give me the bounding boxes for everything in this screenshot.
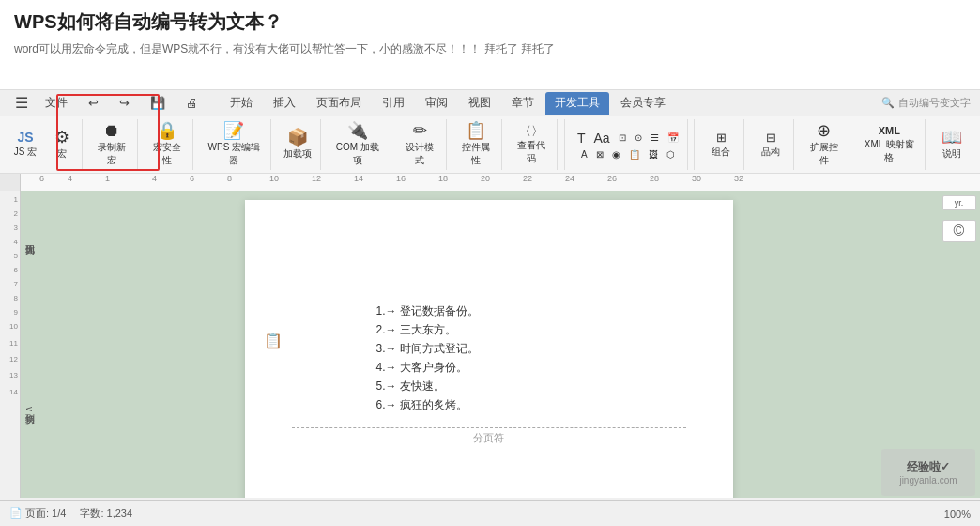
status-page: 📄 页面: 1/4 <box>9 506 66 520</box>
ruler-mark-14: 14 <box>354 174 363 183</box>
ctrl-btn-11[interactable]: 🖼 <box>646 148 661 161</box>
extend-icon: ⊕ <box>817 122 831 139</box>
tab-yemian[interactable]: 页面布局 <box>307 92 371 115</box>
ruler-vertical: 1 2 3 4 5 6 7 8 9 10 11 12 13 14 <box>0 191 21 498</box>
tab-kaifagongju[interactable]: 开发工具 <box>545 92 609 115</box>
tab-huiyuan[interactable]: 会员专享 <box>611 92 675 115</box>
save-btn[interactable]: 💾 <box>141 92 175 115</box>
design-icon: ✏ <box>413 122 427 139</box>
rv-10: 10 <box>0 322 21 331</box>
macro-btn[interactable]: ⚙ 宏 <box>45 127 79 162</box>
ruler-corner <box>0 174 21 191</box>
watermark-text: 经验啦✓ <box>907 459 950 475</box>
zoom-level: 100% <box>944 508 971 519</box>
ruler-mark-8: 8 <box>227 174 232 183</box>
ruler-mark-26: 26 <box>607 174 617 183</box>
page-break-text: 分页符 <box>473 432 504 443</box>
tab-zhangjie[interactable]: 章节 <box>502 92 544 115</box>
wps-editor-btn[interactable]: 📝 WPS 宏编辑器 <box>203 120 265 169</box>
page-break: 分页符 <box>292 427 686 445</box>
combine-label: 组合 <box>712 146 730 159</box>
list-item-4: 4.→ 大客户身份。 <box>367 360 686 376</box>
ruler-area: 6 4 1 4 6 8 10 12 14 16 18 20 22 24 26 2… <box>0 174 980 191</box>
rv-9: 9 <box>0 308 21 317</box>
design-mode-btn[interactable]: ✏ 设计模式 <box>400 120 439 169</box>
page-scroll-area[interactable]: 📋 1.→ 登记数据备份。 2.→ 三大东方。 3.→ 时间方式登记。 4.→ … <box>39 191 938 498</box>
record-macro-btn[interactable]: ⏺ 录制新宏 <box>92 120 131 169</box>
ribbon-row: JS JS 宏 ⚙ 宏 ⏺ 录制新宏 🔒 宏安全性 <box>0 116 980 173</box>
security-label: 宏安全性 <box>150 141 184 167</box>
paste-icon[interactable]: 📋 <box>264 332 283 349</box>
question-desc: word可以用宏命令完成，但是WPS就不行，有没有大佬可以帮忙答一下，小的感激不… <box>14 40 966 57</box>
list-item-5: 5.→ 友快速。 <box>367 379 686 394</box>
ctrl-btn-1[interactable]: T <box>574 130 589 147</box>
record-label: 录制新宏 <box>95 141 129 167</box>
question-bar: WPS如何将自动编号转为文本？ word可以用宏命令完成，但是WPS就不行，有没… <box>0 0 980 89</box>
search-icon: 🔍 <box>881 97 895 109</box>
ruler-mark-4: 4 <box>68 174 72 183</box>
macro-label: 宏 <box>57 147 67 161</box>
page-icon: 📄 <box>9 507 23 519</box>
control-props-btn[interactable]: 📋 控件属性 <box>456 120 496 169</box>
xml-btn[interactable]: XML XML 映射窗格 <box>860 124 919 166</box>
help-btn[interactable]: 📖 说明 <box>935 127 969 162</box>
rv-13: 13 <box>0 371 21 379</box>
ctrl-btn-10[interactable]: 📋 <box>626 148 643 161</box>
ribbon-group-record: ⏺ 录制新宏 <box>86 119 138 170</box>
status-page-text: 页面: 1/4 <box>25 506 66 520</box>
rv-11: 11 <box>0 339 21 348</box>
toolbar-wrapper: ☰ 文件 ↩ ↪ 💾 🖨 开始 插入 页面布局 引用 审阅 视图 章节 开发工具… <box>0 89 980 174</box>
wps-editor-label: WPS 宏编辑器 <box>206 141 262 167</box>
ctrl-btn-7[interactable]: A <box>578 148 590 161</box>
ribbon-group-security: 🔒 宏安全性 <box>142 119 193 170</box>
ctrl-btn-8[interactable]: ⊠ <box>593 148 606 161</box>
ribbon-group-control: 📋 控件属性 <box>451 119 502 170</box>
ctrl-btn-9[interactable]: ◉ <box>609 148 623 161</box>
ruler-mark-6b: 6 <box>190 174 194 183</box>
right-btn-1[interactable]: yr. <box>942 195 976 210</box>
undo-btn[interactable]: ↩ <box>79 92 108 115</box>
ruler-mark-32: 32 <box>734 174 743 183</box>
extend-btn[interactable]: ⊕ 扩展控件 <box>804 120 843 169</box>
com-icon: 🔌 <box>347 122 368 139</box>
ribbon-group-com: 🔌 COM 加载项 <box>325 119 390 170</box>
rv-5: 5 <box>0 252 21 260</box>
pingou-btn[interactable]: ⊟ 品构 <box>754 130 788 161</box>
combine-btn[interactable]: ⊞ 组合 <box>704 130 738 161</box>
rv-1: 1 <box>0 195 21 204</box>
ruler-mark-10: 10 <box>269 174 279 183</box>
ctrl-btn-3[interactable]: ⊡ <box>616 132 629 144</box>
tab-charu[interactable]: 插入 <box>264 92 305 115</box>
ctrl-btn-12[interactable]: ⬡ <box>664 148 678 161</box>
redo-btn[interactable]: ↪ <box>110 92 139 115</box>
watermark-subtext: jingyanla.com <box>899 475 957 486</box>
rv-3: 3 <box>0 224 21 232</box>
right-btn-2[interactable]: © <box>942 220 976 242</box>
ruler-mark-6: 6 <box>39 174 44 183</box>
ribbon-group-xml: XML XML 映射窗格 <box>854 119 926 170</box>
js-macro-btn[interactable]: JS JS 宏 <box>8 129 42 161</box>
ctrl-btn-5[interactable]: ☰ <box>648 132 662 144</box>
tab-kaishi[interactable]: 开始 <box>221 92 262 115</box>
view-code-btn[interactable]: 〈〉 查看代码 <box>512 123 551 167</box>
js-label: JS 宏 <box>14 146 37 159</box>
ruler-mark-12: 12 <box>312 174 321 183</box>
ctrl-btn-2[interactable]: Aa <box>590 130 612 147</box>
tab-wenj[interactable]: 文件 <box>36 92 77 115</box>
ctrl-btn-6[interactable]: 📅 <box>665 132 681 144</box>
print-btn[interactable]: 🖨 <box>176 92 207 115</box>
tab-shenyue[interactable]: 审阅 <box>416 92 457 115</box>
com-btn[interactable]: 🔌 COM 加载项 <box>330 120 384 169</box>
tab-shitu[interactable]: 视图 <box>459 92 500 115</box>
left-text-qiehuan: 切换到v <box>23 407 36 411</box>
addins-btn[interactable]: 📦 加载项 <box>281 127 314 162</box>
status-zoom[interactable]: 100% <box>944 508 971 519</box>
ruler-mark-20: 20 <box>481 174 490 183</box>
doc-page: 📋 1.→ 登记数据备份。 2.→ 三大东方。 3.→ 时间方式登记。 4.→ … <box>245 200 733 498</box>
macro-security-btn[interactable]: 🔒 宏安全性 <box>147 120 187 169</box>
tab-file-menu[interactable]: ☰ <box>9 92 34 115</box>
status-words: 字数: 1,234 <box>80 506 132 520</box>
ctrl-btn-4[interactable]: ⊙ <box>632 132 645 144</box>
search-text[interactable]: 自动编号变文字 <box>898 96 971 110</box>
tab-yinyong[interactable]: 引用 <box>373 92 414 115</box>
